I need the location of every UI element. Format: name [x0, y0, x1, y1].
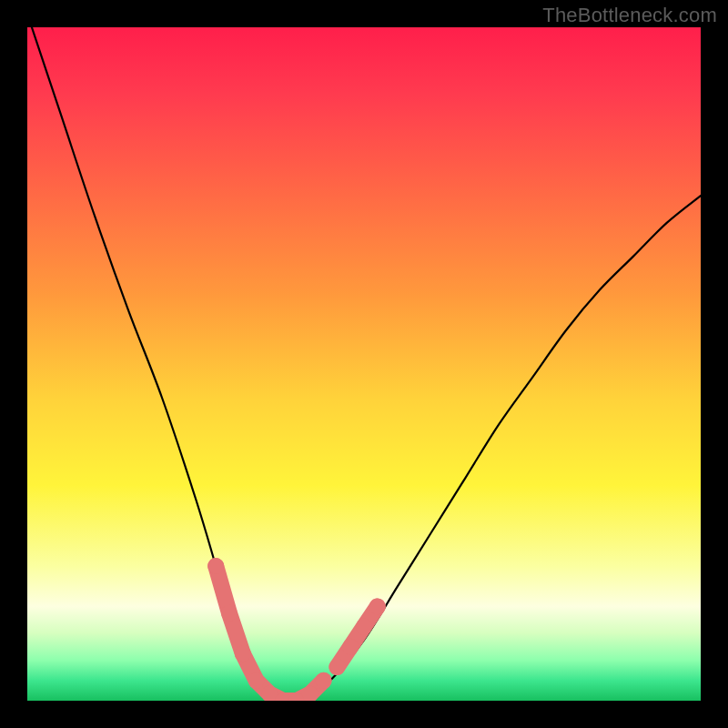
highlight-dots — [207, 558, 386, 701]
svg-point-2 — [221, 605, 238, 622]
svg-point-9 — [316, 672, 332, 689]
svg-point-4 — [248, 672, 265, 689]
svg-point-11 — [342, 639, 359, 655]
svg-point-1 — [207, 558, 224, 574]
chart-frame: TheBottleneck.com — [0, 0, 728, 728]
bottleneck-curve — [27, 27, 701, 701]
svg-point-10 — [329, 659, 345, 675]
svg-point-13 — [369, 598, 386, 614]
curve-layer — [27, 27, 701, 701]
watermark-text: TheBottleneck.com — [542, 4, 717, 27]
svg-point-3 — [235, 645, 251, 662]
svg-point-12 — [356, 619, 372, 635]
plot-area — [27, 27, 701, 701]
